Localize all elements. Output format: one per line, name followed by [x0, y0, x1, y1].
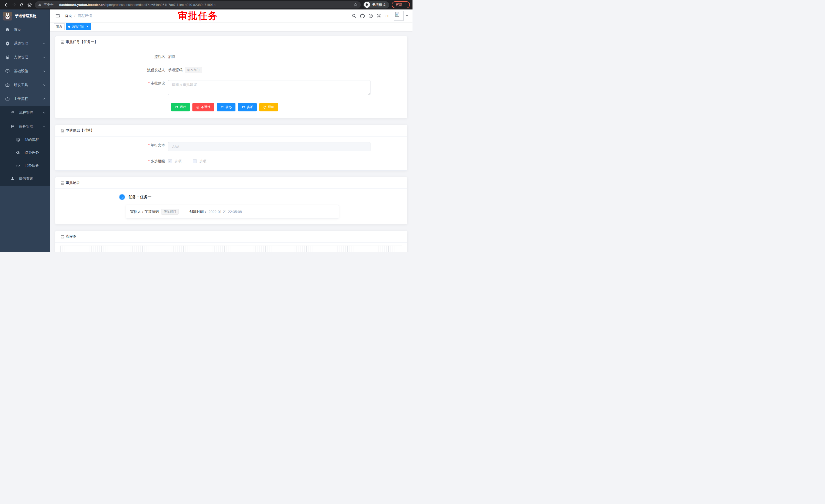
- sidebar-item-workflow[interactable]: 工作流程: [0, 92, 50, 106]
- sidebar-item-dev-tools[interactable]: 研发工具: [0, 78, 50, 92]
- checkbox-unchecked-icon: [193, 159, 197, 163]
- sidebar-item-label: 系统管理: [14, 41, 43, 46]
- page-content: 审批任务【任务一】 流程名 滔博 流程发起人 芋道源码 研发部门: [50, 31, 412, 252]
- update-label: 更新: [395, 3, 402, 7]
- update-button[interactable]: 更新: [392, 1, 410, 8]
- approval-task-card-header: 审批任务【任务一】: [55, 36, 407, 48]
- field-label: 流程名: [61, 54, 168, 60]
- picture-icon: [61, 235, 64, 239]
- checkbox-group: 选项一 选项二: [168, 159, 210, 164]
- chevron-down-icon: [43, 56, 46, 59]
- navbar-right: TT: [350, 11, 408, 21]
- edit-icon: [175, 105, 178, 109]
- approval-record-card-body: 任务：任务一 审批人： 芋道源码 研发部门 创建时间： 2022-01-21 2…: [55, 189, 407, 224]
- application-info-card: 申请信息【滔博】 单行文本 多选框组 选项一: [55, 125, 407, 171]
- bookmark-star-button[interactable]: [353, 3, 358, 7]
- github-button[interactable]: [358, 12, 367, 20]
- home-button[interactable]: [26, 1, 33, 9]
- button-label: 退回: [268, 105, 274, 109]
- tab-home[interactable]: 首页: [54, 23, 65, 30]
- incognito-label: 无痕模式: [372, 3, 386, 7]
- flow-icon: [10, 124, 15, 129]
- sidebar-item-payment[interactable]: 支付管理: [0, 51, 50, 64]
- resize-grip[interactable]: [368, 93, 370, 95]
- back-button[interactable]: [3, 1, 10, 9]
- reject-button[interactable]: 不通过: [193, 103, 214, 111]
- sidebar-item-leave-query[interactable]: 请假查询: [0, 172, 50, 186]
- breadcrumb: 首页 / 流程详情: [65, 14, 92, 18]
- approve-button[interactable]: 通过: [171, 103, 190, 111]
- sidebar-item-label: 流程管理: [19, 110, 43, 115]
- checkbox-option-2: 选项二: [193, 159, 210, 164]
- field-label: 审批建议: [61, 80, 168, 86]
- return-button[interactable]: 退回: [259, 103, 278, 111]
- logo-avatar: [3, 12, 12, 20]
- tab-label: 首页: [56, 24, 62, 29]
- checkbox-label: 选项二: [199, 159, 210, 164]
- dashboard-icon: [5, 27, 10, 32]
- bpmn-canvas[interactable]: [61, 246, 402, 252]
- flow-diagram-card-header: 流程图: [55, 231, 407, 243]
- search-button[interactable]: [350, 12, 358, 20]
- sidebar-item-label: 首页: [14, 27, 46, 32]
- checkbox-checked-icon: [168, 159, 172, 163]
- chevron-up-icon: [43, 97, 46, 100]
- process-initiator-row: 流程发起人 芋道源码 研发部门: [61, 67, 402, 73]
- opinion-textarea-wrap: [168, 80, 371, 96]
- url-text: dashboard.yudao.iocoder.cn/bpm/process-i…: [59, 3, 216, 7]
- caret-down-icon: [405, 14, 408, 17]
- yen-icon: [5, 55, 10, 60]
- sidebar-item-infrastructure[interactable]: 基础设施: [0, 64, 50, 78]
- transfer-button[interactable]: 转办: [217, 103, 235, 111]
- sidebar-item-my-process[interactable]: 我的流程: [0, 134, 50, 146]
- refresh-left-icon: [263, 105, 267, 109]
- approver-name: 芋道源码: [145, 209, 159, 214]
- timeline-item: 任务：任务一: [120, 194, 402, 200]
- font-size-button[interactable]: TT: [383, 12, 392, 20]
- reload-icon: [19, 3, 24, 7]
- chevron-down-icon: [43, 70, 46, 73]
- field-label: 多选框组: [61, 159, 168, 164]
- reload-button[interactable]: [18, 1, 26, 9]
- app-logo[interactable]: 芋道管理系统: [0, 9, 50, 23]
- field-value: 芋道源码 研发部门: [168, 67, 202, 73]
- chevron-down-icon: [43, 83, 46, 87]
- record-detail-box: 审批人： 芋道源码 研发部门 创建时间： 2022-01-21 22:35:08: [126, 205, 339, 219]
- close-tab-icon[interactable]: ✕: [86, 25, 88, 28]
- process-name-row: 流程名 滔博: [61, 54, 402, 60]
- approval-task-card: 审批任务【任务一】 流程名 滔博 流程发起人 芋道源码 研发部门: [55, 36, 407, 118]
- picture-icon: [61, 40, 64, 44]
- search-icon: [352, 14, 356, 18]
- sidebar-toggle-button[interactable]: [54, 12, 61, 19]
- breadcrumb-current: 流程详情: [78, 14, 92, 18]
- user-avatar[interactable]: [394, 11, 403, 21]
- app-title: 芋道管理系统: [15, 14, 36, 18]
- sidebar-item-todo-tasks[interactable]: 待办任务: [0, 146, 50, 159]
- toolbox-icon: [5, 83, 10, 87]
- tab-process-detail[interactable]: 流程详情 ✕: [66, 23, 91, 30]
- forward-button[interactable]: [10, 1, 18, 9]
- flow-diagram-card-body: [55, 243, 407, 252]
- sidebar-item-done-tasks[interactable]: 已办任务: [0, 159, 50, 172]
- chevron-down-icon: [43, 111, 46, 114]
- sidebar-item-process-management[interactable]: 流程管理: [0, 106, 50, 119]
- url-bar[interactable]: 不安全 dashboard.yudao.iocoder.cn/bpm/proce…: [35, 1, 361, 8]
- checkbox-label: 选项一: [174, 159, 185, 164]
- sidebar-item-label: 任务管理: [19, 124, 43, 129]
- browser-menu-icon[interactable]: [404, 3, 407, 7]
- monitor-icon: [5, 69, 10, 74]
- sidebar-item-home[interactable]: 首页: [0, 23, 50, 36]
- fullscreen-button[interactable]: [375, 12, 383, 20]
- delegate-button[interactable]: 委派: [238, 103, 257, 111]
- checkbox-option-1: 选项一: [168, 159, 185, 164]
- security-label: 不安全: [44, 3, 54, 7]
- incognito-icon: [364, 2, 370, 8]
- help-button[interactable]: [367, 12, 375, 20]
- timeline-clock-icon: [120, 194, 125, 200]
- approval-opinion-input[interactable]: [168, 80, 371, 95]
- url-domain: dashboard.yudao.iocoder.cn: [59, 3, 104, 7]
- avatar-menu-button[interactable]: [405, 14, 408, 17]
- sidebar-item-system[interactable]: 系统管理: [0, 36, 50, 51]
- sidebar-item-task-management[interactable]: 任务管理: [0, 119, 50, 134]
- breadcrumb-home[interactable]: 首页: [65, 14, 72, 18]
